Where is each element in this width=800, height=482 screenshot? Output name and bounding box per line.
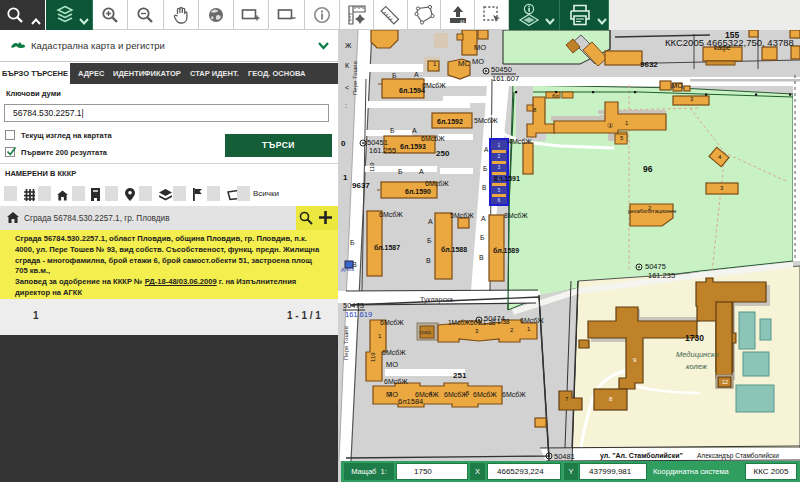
svg-text:бл.1587: бл.1587 [374, 244, 400, 251]
svg-text:0: 0 [341, 139, 346, 148]
svg-text:МО: МО [386, 360, 398, 369]
svg-text:50475: 50475 [645, 262, 666, 271]
svg-text:Б: Б [390, 127, 395, 134]
svg-text:6МсбЖ: 6МсбЖ [502, 391, 526, 398]
svg-text:6МсбЖ: 6МсбЖ [379, 211, 403, 218]
svg-text:<: < [345, 84, 349, 91]
svg-text:6МсбЖ: 6МсбЖ [425, 180, 449, 187]
svg-text:1730: 1730 [685, 333, 704, 343]
svg-text::: : [345, 102, 347, 109]
svg-text:рехабилитационен: рехабилитационен [628, 208, 676, 214]
svg-text:Б: Б [483, 165, 487, 172]
svg-text:12: 12 [722, 379, 728, 385]
svg-text:4МсбЖ: 4МсбЖ [508, 138, 532, 145]
svg-text:бл: бл [552, 93, 559, 99]
svg-text:Тукларска: Тукларска [420, 296, 453, 304]
svg-text:В: В [482, 184, 486, 191]
svg-text:Б: Б [480, 234, 485, 241]
svg-text:В: В [426, 257, 431, 264]
svg-text:Б: Б [350, 239, 355, 246]
svg-text:119: 119 [370, 352, 376, 362]
svg-text:Ж: Ж [345, 42, 352, 49]
svg-text:6л.1593: 6л.1593 [400, 143, 426, 150]
svg-text:Б: Б [427, 237, 432, 244]
svg-text:А: А [412, 127, 417, 134]
svg-text:9632: 9632 [640, 60, 658, 69]
svg-text:3: 3 [498, 164, 501, 170]
svg-text:Б: Б [398, 168, 403, 175]
svg-text:МС: МС [458, 59, 470, 68]
svg-text:5: 5 [498, 187, 501, 193]
svg-text:бл.1589: бл.1589 [493, 247, 519, 254]
svg-text:5МсбЖ: 5МсбЖ [474, 117, 498, 124]
svg-text:50473: 50473 [343, 301, 364, 310]
svg-text:А: А [419, 168, 424, 175]
svg-text:96: 96 [643, 164, 653, 174]
svg-text:А: А [481, 215, 486, 222]
svg-text:Александър Стамболийски: Александър Стамболийски [697, 452, 779, 460]
svg-text:А: А [484, 146, 489, 153]
svg-text:колеж: колеж [686, 362, 708, 371]
svg-text:Пере Тошев: Пере Тошев [343, 326, 349, 360]
svg-text:8МсбЖ: 8МсбЖ [504, 212, 528, 219]
svg-text:1: 1 [498, 142, 501, 148]
svg-text:6МсбЖ: 6МсбЖ [415, 391, 439, 398]
svg-text:6МсбЖ: 6МсбЖ [422, 82, 446, 89]
svg-text:50481: 50481 [554, 452, 575, 461]
svg-text:5МсбЖ: 5МсбЖ [450, 212, 474, 219]
svg-text:2: 2 [498, 153, 501, 159]
svg-text:6л1584: 6л1584 [398, 397, 423, 406]
svg-text:6МсбЖ: 6МсбЖ [380, 319, 404, 326]
svg-text:161.235: 161.235 [648, 271, 675, 280]
svg-text:161.607: 161.607 [492, 74, 519, 83]
svg-text:44: 44 [460, 18, 465, 23]
svg-text:6МсбЖ: 6МсбЖ [382, 349, 406, 356]
svg-text:Медицински: Медицински [676, 350, 720, 359]
svg-text:МО: МО [474, 43, 486, 52]
svg-text:50450: 50450 [491, 65, 512, 74]
svg-text:6МсбЖ: 6МсбЖ [421, 135, 445, 142]
svg-text:МО: МО [671, 81, 683, 90]
svg-text:6МсбЖ: 6МсбЖ [444, 391, 468, 398]
svg-text:6л.1591: 6л.1591 [494, 175, 520, 182]
svg-text:9637: 9637 [352, 181, 370, 190]
svg-text:1.38: 1.38 [497, 318, 510, 325]
svg-text:6л.1592: 6л.1592 [437, 118, 463, 125]
svg-text:ул. "Ал. Стамболийски": ул. "Ал. Стамболийски" [600, 452, 683, 460]
svg-text:251: 251 [453, 371, 467, 380]
svg-text:Б: Б [392, 72, 397, 79]
svg-text:6МсбЖ: 6МсбЖ [473, 391, 497, 398]
svg-text:бл.1588: бл.1588 [441, 246, 467, 253]
svg-text:МО: МО [472, 57, 484, 66]
svg-text:1МсбЖ6б1.1.38: 1МсбЖ6б1.1.38 [448, 319, 496, 326]
svg-text:Пере Тошев: Пере Тошев [352, 61, 358, 95]
svg-text:6: 6 [498, 197, 501, 203]
svg-text:6МсбЖ: 6МсбЖ [520, 317, 544, 324]
svg-text:250: 250 [436, 149, 450, 158]
svg-text:А: А [428, 218, 433, 225]
svg-text:6л.1590: 6л.1590 [405, 188, 431, 195]
svg-text:ККС2005 4665322,750, 43788: ККС2005 4665322,750, 43788 [665, 37, 794, 48]
svg-text:①: ① [607, 122, 613, 129]
svg-text:А: А [414, 71, 419, 78]
svg-text:траф.: траф. [419, 329, 432, 335]
svg-text:В: В [479, 254, 484, 261]
svg-text:161.619: 161.619 [345, 310, 372, 319]
svg-text:119: 119 [369, 162, 375, 172]
svg-text:1: 1 [343, 173, 348, 182]
svg-text:161.255: 161.255 [369, 146, 396, 155]
svg-text:6МсбЖ: 6МсбЖ [384, 378, 408, 385]
